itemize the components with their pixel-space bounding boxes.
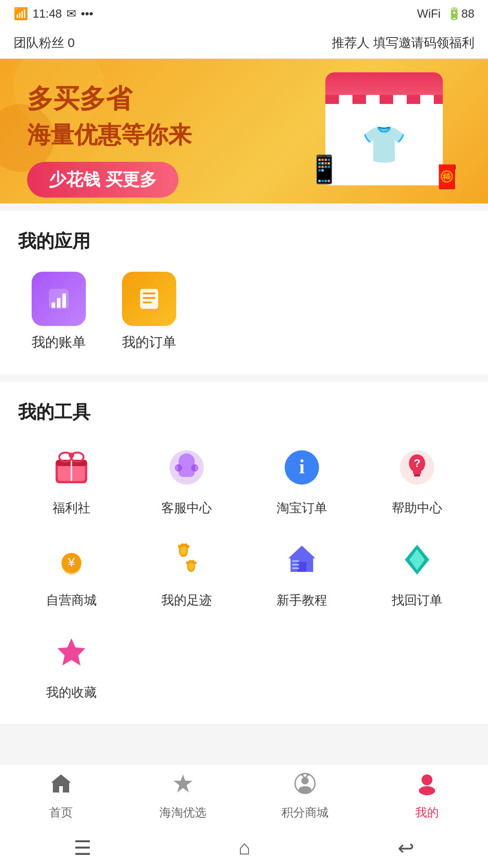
my-tools-section: 我的工具 福利社 — [0, 382, 488, 724]
banner-title2: 海量优惠等你来 — [27, 119, 192, 151]
customer-icon — [162, 443, 211, 492]
my-apps-section: 我的应用 我的账单 — [0, 211, 488, 374]
status-time: 11:48 — [33, 7, 62, 21]
taobao-icon: i — [277, 443, 327, 492]
tab-item-points[interactable]: 积分商城 — [260, 772, 350, 821]
recover-icon — [392, 535, 442, 585]
svg-marker-53 — [51, 774, 71, 793]
tool-label-tutorial: 新手教程 — [277, 592, 327, 609]
tool-item-footprint[interactable]: 我的足迹 — [133, 535, 239, 609]
svg-text:i: i — [299, 456, 304, 478]
tool-item-favorites[interactable]: 我的收藏 — [18, 627, 124, 701]
home-tab-icon — [49, 772, 73, 801]
favorites-icon — [47, 627, 96, 677]
banner-title1: 多买多省 — [27, 81, 192, 117]
tool-item-shop[interactable]: ¥ 自营商城 — [18, 535, 124, 609]
message-icon: ✉ — [66, 7, 76, 21]
svg-point-60 — [301, 774, 304, 776]
help-icon: ? — [392, 443, 442, 492]
invite-code-text[interactable]: 推荐人 填写邀请码领福利 — [332, 34, 474, 52]
svg-rect-26 — [413, 471, 421, 474]
tool-item-help[interactable]: ? 帮助中心 — [364, 443, 470, 517]
tutorial-icon — [277, 535, 327, 585]
top-nav: 团队粉丝 0 推荐人 填写邀请码领福利 — [0, 27, 488, 59]
battery-icon: 🔋88 — [447, 7, 474, 21]
svg-rect-20 — [175, 465, 178, 471]
tool-item-tutorial[interactable]: 新手教程 — [249, 535, 355, 609]
tool-label-shop: 自营商城 — [46, 592, 97, 609]
tool-item-recover[interactable]: 找回订单 — [364, 535, 470, 609]
phone-icon: 📱 — [307, 153, 341, 185]
svg-point-36 — [181, 543, 184, 547]
tab-label-points: 积分商城 — [282, 805, 328, 821]
shop-roof — [325, 72, 443, 108]
welfare-icon — [47, 443, 96, 492]
status-right: WiFi 🔋88 — [417, 7, 474, 21]
tab-label-premium: 海淘优选 — [160, 805, 206, 821]
svg-point-44 — [194, 561, 197, 564]
shop-icon: ¥ — [47, 535, 96, 585]
my-apps-title: 我的应用 — [18, 229, 470, 254]
back-nav-icon[interactable]: ↩ — [398, 836, 414, 859]
shop-body: 👕 — [325, 104, 443, 185]
status-signal: 📶 11:48 ✉ ••• — [14, 7, 93, 21]
svg-point-42 — [188, 560, 192, 563]
tab-label-home: 首页 — [49, 805, 73, 821]
footprint-icon — [162, 535, 211, 585]
svg-rect-3 — [62, 293, 66, 308]
svg-rect-6 — [143, 297, 155, 299]
svg-rect-49 — [292, 567, 299, 569]
tool-label-help: 帮助中心 — [392, 500, 442, 517]
home-nav-icon[interactable]: ⌂ — [239, 836, 251, 859]
tab-item-mine[interactable]: 我的 — [382, 772, 472, 821]
my-tools-title: 我的工具 — [18, 400, 470, 425]
points-tab-icon — [293, 772, 317, 801]
svg-rect-46 — [297, 562, 306, 572]
svg-text:¥: ¥ — [67, 555, 75, 569]
tool-label-footprint: 我的足迹 — [161, 592, 212, 609]
svg-rect-1 — [52, 302, 55, 308]
menu-nav-icon[interactable]: ☰ — [74, 836, 91, 859]
app-label-order: 我的订单 — [122, 333, 176, 352]
account-icon — [32, 272, 86, 326]
tools-grid: 福利社 客服中心 i — [18, 443, 470, 701]
team-fans-text: 团队粉丝 0 — [14, 34, 75, 52]
red-packet-icon: 🧧 — [433, 164, 461, 190]
tab-item-premium[interactable]: 海淘优选 — [138, 772, 228, 821]
tab-bar: 首页 海淘优选 积分商城 — [0, 764, 488, 827]
premium-tab-icon — [171, 772, 195, 801]
app-item-order[interactable]: 我的订单 — [108, 272, 190, 352]
svg-rect-48 — [292, 564, 299, 566]
svg-rect-21 — [195, 465, 198, 471]
svg-point-63 — [419, 786, 435, 795]
svg-point-40 — [188, 562, 194, 571]
status-bar: 📶 11:48 ✉ ••• WiFi 🔋88 — [0, 0, 488, 27]
tool-item-welfare[interactable]: 福利社 — [18, 443, 124, 517]
tab-item-home[interactable]: 首页 — [16, 772, 106, 821]
banner-shop-illustration: 👕 📱 🧧 — [307, 72, 461, 190]
tool-item-customer[interactable]: 客服中心 — [133, 443, 239, 517]
system-nav-bar: ☰ ⌂ ↩ — [0, 827, 488, 868]
svg-rect-27 — [414, 474, 420, 476]
svg-marker-52 — [57, 638, 85, 665]
tool-label-customer: 客服中心 — [161, 500, 212, 517]
order-icon — [122, 272, 176, 326]
tool-label-favorites: 我的收藏 — [46, 684, 97, 701]
tab-label-mine: 我的 — [415, 805, 439, 821]
svg-point-38 — [186, 545, 189, 548]
promo-banner[interactable]: 多买多省 海量优惠等你来 少花钱 买更多 👕 📱 🧧 — [0, 59, 488, 203]
tool-label-recover: 找回订单 — [392, 592, 442, 609]
svg-rect-7 — [143, 302, 152, 303]
dots-icon: ••• — [81, 7, 93, 21]
svg-point-14 — [69, 453, 74, 458]
mine-tab-icon — [415, 772, 439, 801]
app-item-account[interactable]: 我的账单 — [18, 272, 99, 352]
banner-text-block: 多买多省 海量优惠等你来 少花钱 买更多 — [27, 81, 192, 198]
tool-label-welfare: 福利社 — [52, 500, 90, 517]
svg-point-41 — [186, 561, 189, 565]
banner-button[interactable]: 少花钱 买更多 — [27, 162, 178, 198]
tool-item-taobao[interactable]: i 淘宝订单 — [249, 443, 355, 517]
app-grid: 我的账单 我的订单 — [18, 272, 470, 352]
svg-point-62 — [422, 774, 432, 785]
svg-text:?: ? — [413, 457, 420, 469]
